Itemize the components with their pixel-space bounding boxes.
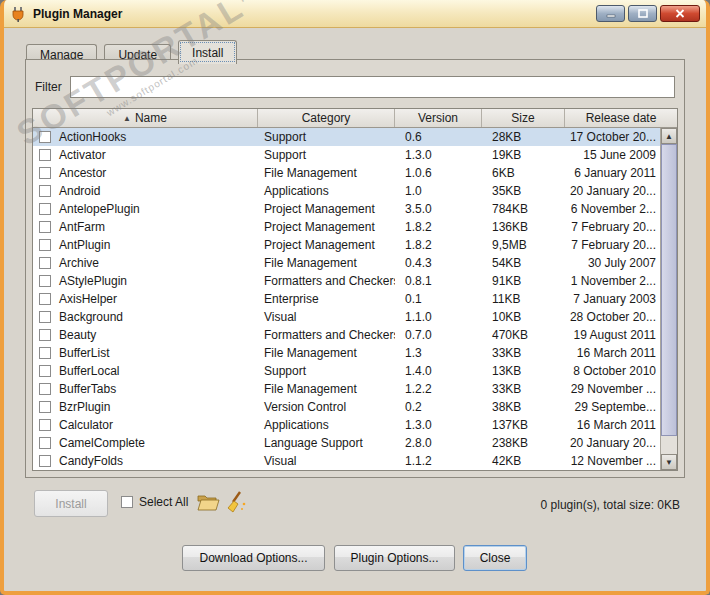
plugin-release-date: 29 Septembe... (565, 398, 660, 416)
plugin-category: Version Control (258, 398, 395, 416)
column-header-version[interactable]: Version (395, 109, 482, 127)
row-checkbox[interactable] (39, 149, 51, 161)
row-checkbox[interactable] (39, 455, 51, 467)
plugin-name: Background (59, 310, 123, 324)
close-button[interactable]: Close (463, 545, 527, 571)
row-checkbox[interactable] (39, 203, 51, 215)
plugin-version: 3.5.0 (395, 200, 482, 218)
table-row[interactable]: Beauty Formatters and Checkers 0.7.0 470… (33, 326, 660, 344)
column-header-name[interactable]: ▲ Name (33, 109, 258, 127)
row-checkbox[interactable] (39, 365, 51, 377)
table-row[interactable]: Android Applications 1.0 35KB 20 January… (33, 182, 660, 200)
window-title: Plugin Manager (33, 7, 122, 21)
plugin-release-date: 16 March 2011 (565, 416, 660, 434)
minimize-icon (606, 9, 616, 18)
row-checkbox[interactable] (39, 329, 51, 341)
scroll-down-button[interactable]: ▼ (661, 454, 677, 470)
table-row[interactable]: BufferTabs File Management 1.2.2 33KB 29… (33, 380, 660, 398)
plugin-size: 35KB (482, 182, 565, 200)
table-row[interactable]: Background Visual 1.1.0 10KB 28 October … (33, 308, 660, 326)
row-checkbox[interactable] (39, 383, 51, 395)
plugin-category: Formatters and Checkers (258, 326, 395, 344)
table-row[interactable]: AntelopePlugin Project Management 3.5.0 … (33, 200, 660, 218)
column-header-release-date-label: Release date (586, 111, 657, 125)
plugin-version: 0.2 (395, 398, 482, 416)
select-all-checkbox[interactable] (121, 496, 133, 508)
row-checkbox[interactable] (39, 293, 51, 305)
plugin-version: 1.8.2 (395, 218, 482, 236)
plugin-size: 33KB (482, 344, 565, 362)
download-options-label: Download Options... (199, 551, 307, 565)
plugin-version: 0.8.1 (395, 272, 482, 290)
plugin-options-button[interactable]: Plugin Options... (334, 545, 455, 571)
plugin-category: Support (258, 362, 395, 380)
row-checkbox[interactable] (39, 401, 51, 413)
plugin-size: 54KB (482, 254, 565, 272)
tab-install[interactable]: Install (178, 40, 237, 64)
status-text: 0 plugin(s), total size: 0KB (541, 498, 680, 512)
plugin-size: 136KB (482, 218, 565, 236)
plugin-manager-window: Plugin Manager Manage Update Install Fil… (0, 0, 710, 595)
plugin-name: AStylePlugin (59, 274, 127, 288)
table-row[interactable]: AntFarm Project Management 1.8.2 136KB 7… (33, 218, 660, 236)
row-checkbox[interactable] (39, 257, 51, 269)
table-row[interactable]: CamelComplete Language Support 2.8.0 238… (33, 434, 660, 452)
table-row[interactable]: AxisHelper Enterprise 0.1 11KB 7 January… (33, 290, 660, 308)
plugin-name: BufferLocal (59, 364, 120, 378)
row-checkbox[interactable] (39, 131, 51, 143)
column-header-release-date[interactable]: Release date (565, 109, 677, 127)
plugin-version: 1.1.0 (395, 308, 482, 326)
table-row[interactable]: BzrPlugin Version Control 0.2 38KB 29 Se… (33, 398, 660, 416)
plugin-release-date: 12 November ... (565, 452, 660, 470)
plugin-size: 470KB (482, 326, 565, 344)
row-checkbox[interactable] (39, 239, 51, 251)
close-window-button[interactable] (660, 5, 700, 22)
column-header-category[interactable]: Category (258, 109, 395, 127)
table-row[interactable]: BufferList File Management 1.3 33KB 16 M… (33, 344, 660, 362)
table-row[interactable]: CandyFolds Visual 1.1.2 42KB 12 November… (33, 452, 660, 470)
plugin-size: 6KB (482, 164, 565, 182)
cleanup-broom-icon[interactable] (225, 490, 249, 514)
scroll-up-button[interactable]: ▲ (661, 128, 677, 144)
minimize-button[interactable] (596, 5, 625, 22)
row-checkbox[interactable] (39, 437, 51, 449)
table-row[interactable]: BufferLocal Support 1.4.0 13KB 8 October… (33, 362, 660, 380)
table-row[interactable]: Calculator Applications 1.3.0 137KB 16 M… (33, 416, 660, 434)
install-tab-panel: Filter ▲ Name Category Version Size Rele… (25, 59, 685, 478)
row-checkbox[interactable] (39, 185, 51, 197)
table-row[interactable]: Archive File Management 0.4.3 54KB 30 Ju… (33, 254, 660, 272)
plugin-size: 19KB (482, 146, 565, 164)
filter-input[interactable] (70, 76, 675, 98)
table-row[interactable]: AntPlugin Project Management 1.8.2 9,5MB… (33, 236, 660, 254)
table-row[interactable]: ActionHooks Support 0.6 28KB 17 October … (33, 128, 660, 146)
table-row[interactable]: Ancestor File Management 1.0.6 6KB 6 Jan… (33, 164, 660, 182)
plugin-release-date: 17 October 20... (565, 128, 660, 146)
plugin-version: 2.8.0 (395, 434, 482, 452)
plugin-release-date: 8 October 2010 (565, 362, 660, 380)
close-icon (675, 9, 685, 18)
download-options-button[interactable]: Download Options... (182, 545, 325, 571)
maximize-button[interactable] (628, 5, 657, 22)
plugin-table: ▲ Name Category Version Size Release dat… (32, 108, 678, 471)
scrollbar-thumb[interactable] (661, 144, 677, 436)
row-checkbox[interactable] (39, 167, 51, 179)
row-checkbox[interactable] (39, 419, 51, 431)
plugin-name: AxisHelper (59, 292, 117, 306)
plugin-category: Project Management (258, 200, 395, 218)
plugin-release-date: 20 January 20... (565, 182, 660, 200)
row-checkbox[interactable] (39, 311, 51, 323)
row-checkbox[interactable] (39, 347, 51, 359)
plugin-name: AntFarm (59, 220, 105, 234)
select-all-control[interactable]: Select All (121, 495, 188, 509)
table-row[interactable]: AStylePlugin Formatters and Checkers 0.8… (33, 272, 660, 290)
open-folder-icon[interactable] (196, 490, 220, 514)
table-row[interactable]: Activator Support 1.3.0 19KB 15 June 200… (33, 146, 660, 164)
column-header-size[interactable]: Size (482, 109, 565, 127)
title-bar[interactable]: Plugin Manager (4, 0, 706, 28)
vertical-scrollbar[interactable]: ▲ ▼ (660, 128, 677, 470)
plugin-version: 1.2.2 (395, 380, 482, 398)
row-checkbox[interactable] (39, 275, 51, 287)
install-button[interactable]: Install (34, 490, 108, 517)
row-checkbox[interactable] (39, 221, 51, 233)
plugin-size: 238KB (482, 434, 565, 452)
